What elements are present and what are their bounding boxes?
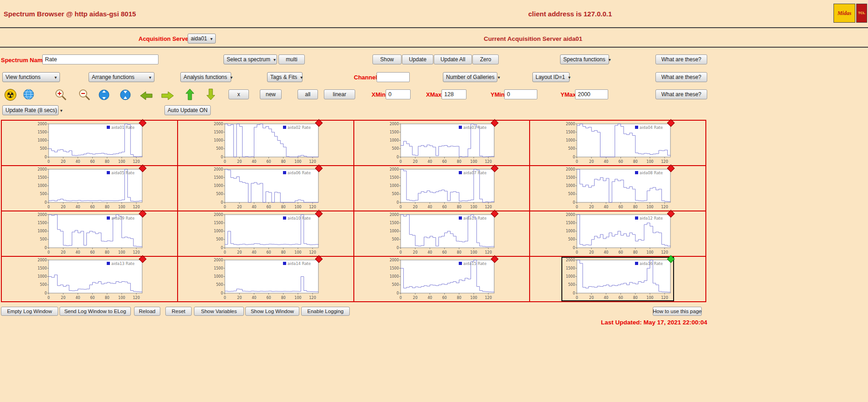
globe-icon[interactable] (20, 88, 37, 101)
gallery-cell[interactable]: 0500100015002000020406080100120aida09 Ra… (1, 211, 178, 256)
spectrum-chart[interactable]: 0500100015002000020406080100120aida04 Ra… (562, 122, 673, 164)
gallery-cell[interactable]: 0500100015002000020406080100120aida01 Ra… (1, 120, 178, 166)
spectrum-chart[interactable]: 0500100015002000020406080100120aida16 Ra… (562, 258, 673, 300)
multi-button[interactable]: multi (278, 54, 305, 64)
spectrum-plot[interactable]: 0500100015002000020406080100120aida04 Ra… (562, 122, 673, 164)
send-log-to-elog-button[interactable]: Send Log Window to ELog (60, 307, 131, 316)
spectrum-name-input[interactable] (42, 54, 159, 64)
spectrum-plot[interactable]: 0500100015002000020406080100120aida01 Ra… (34, 122, 145, 164)
spectrum-plot[interactable]: 0500100015002000020406080100120aida12 Ra… (562, 212, 673, 255)
spectrum-plot[interactable]: 0500100015002000020406080100120aida05 Ra… (34, 167, 145, 210)
xmax-input[interactable] (441, 89, 466, 99)
acquisition-server-select[interactable]: aida01 (188, 34, 216, 44)
gallery-cell[interactable]: 0500100015002000020406080100120aida10 Ra… (178, 211, 354, 256)
arrange-functions-dropdown[interactable]: Arrange functions (89, 72, 154, 82)
gallery-cell[interactable]: 0500100015002000020406080100120aida14 Ra… (178, 256, 354, 302)
spectrum-plot[interactable]: 0500100015002000020406080100120aida14 Ra… (210, 258, 321, 300)
layout-id-dropdown[interactable]: Layout ID=1 (532, 72, 570, 82)
reset-button[interactable]: Reset (165, 307, 192, 316)
ymin-input[interactable] (504, 89, 537, 99)
how-to-use-button[interactable]: How to use this page (653, 307, 702, 316)
spectrum-plot[interactable]: 0500100015002000020406080100120aida16 Ra… (562, 258, 673, 300)
show-button[interactable]: Show (372, 54, 402, 64)
svg-text:20: 20 (413, 250, 417, 255)
spectra-functions-dropdown[interactable]: Spectra functions (560, 54, 609, 64)
select-spectrum-dropdown[interactable]: Select a spectrum (223, 54, 277, 64)
spectrum-chart[interactable]: 0500100015002000020406080100120aida09 Ra… (34, 212, 145, 255)
spectrum-plot[interactable]: 0500100015002000020406080100120aida15 Ra… (386, 258, 497, 300)
spectrum-chart[interactable]: 0500100015002000020406080100120aida12 Ra… (562, 212, 673, 255)
spectrum-chart[interactable]: 0500100015002000020406080100120aida05 Ra… (34, 167, 145, 210)
svg-text:120: 120 (309, 296, 316, 300)
gallery-cell[interactable]: 0500100015002000020406080100120aida16 Ra… (530, 256, 706, 302)
new-button[interactable]: new (260, 89, 282, 99)
reload-button[interactable]: Reload (134, 307, 160, 316)
spectrum-chart[interactable]: 0500100015002000020406080100120aida13 Ra… (34, 258, 145, 300)
spectrum-chart[interactable]: 0500100015002000020406080100120aida11 Ra… (386, 212, 497, 255)
show-log-window-button[interactable]: Show Log Window (245, 307, 299, 316)
gallery-cell[interactable]: 0500100015002000020406080100120aida07 Ra… (354, 166, 530, 211)
spectrum-plot[interactable]: 0500100015002000020406080100120aida13 Ra… (34, 258, 145, 300)
spectrum-plot[interactable]: 0500100015002000020406080100120aida03 Ra… (386, 122, 497, 164)
spectrum-chart[interactable]: 0500100015002000020406080100120aida02 Ra… (210, 122, 321, 164)
gallery-cell[interactable]: 0500100015002000020406080100120aida02 Ra… (178, 120, 354, 166)
zero-button[interactable]: Zero (472, 54, 499, 64)
spectrum-chart[interactable]: 0500100015002000020406080100120aida07 Ra… (386, 167, 497, 210)
spectrum-chart[interactable]: 0500100015002000020406080100120aida15 Ra… (386, 258, 497, 300)
shift-left-icon[interactable] (138, 89, 154, 102)
shift-up-icon[interactable] (182, 88, 198, 101)
spectrum-chart[interactable]: 0500100015002000020406080100120aida01 Ra… (34, 122, 145, 164)
spectrum-plot[interactable]: 0500100015002000020406080100120aida10 Ra… (210, 212, 321, 255)
spectrum-plot[interactable]: 0500100015002000020406080100120aida11 Ra… (386, 212, 497, 255)
gallery-cell[interactable]: 0500100015002000020406080100120aida05 Ra… (1, 166, 178, 211)
gallery-cell[interactable]: 0500100015002000020406080100120aida04 Ra… (530, 120, 706, 166)
gallery-cell[interactable]: 0500100015002000020406080100120aida12 Ra… (530, 211, 706, 256)
svg-text:1500: 1500 (38, 266, 47, 270)
update-all-button[interactable]: Update All (434, 54, 472, 64)
spectrum-plot[interactable]: 0500100015002000020406080100120aida02 Ra… (210, 122, 321, 164)
gallery-cell[interactable]: 0500100015002000020406080100120aida15 Ra… (354, 256, 530, 302)
update-button[interactable]: Update (402, 54, 433, 64)
svg-text:40: 40 (428, 205, 432, 209)
update-rate-dropdown[interactable]: Update Rate (8 secs) (2, 105, 59, 115)
spectrum-chart[interactable]: 0500100015002000020406080100120aida08 Ra… (562, 167, 673, 210)
what-are-these-button-3[interactable]: What are these? (655, 89, 707, 99)
spectrum-chart[interactable]: 0500100015002000020406080100120aida03 Ra… (386, 122, 497, 164)
show-variables-button[interactable]: Show Variables (194, 307, 244, 316)
what-are-these-button-1[interactable]: What are these? (655, 54, 707, 64)
view-functions-dropdown[interactable]: View functions (2, 72, 60, 82)
auto-update-button[interactable]: Auto Update ON (164, 105, 211, 115)
spectrum-chart[interactable]: 0500100015002000020406080100120aida14 Ra… (210, 258, 321, 300)
spectrum-plot[interactable]: 0500100015002000020406080100120aida09 Ra… (34, 212, 145, 255)
radiation-icon[interactable]: ☢ (2, 88, 19, 101)
expand-vertical-icon[interactable] (96, 88, 112, 101)
spectrum-plot[interactable]: 0500100015002000020406080100120aida07 Ra… (386, 167, 497, 210)
linear-button[interactable]: linear (324, 89, 355, 99)
tags-fits-dropdown[interactable]: Tags & Fits (267, 72, 303, 82)
zoom-in-icon[interactable] (53, 88, 69, 101)
shift-down-icon[interactable] (203, 88, 219, 101)
gallery-cell[interactable]: 0500100015002000020406080100120aida08 Ra… (530, 166, 706, 211)
all-button[interactable]: all (298, 89, 318, 99)
empty-log-window-button[interactable]: Empty Log Window (1, 307, 58, 316)
gallery-cell[interactable]: 0500100015002000020406080100120aida11 Ra… (354, 211, 530, 256)
ymax-input[interactable] (575, 89, 608, 99)
analysis-functions-dropdown[interactable]: Analysis functions (180, 72, 231, 82)
xmin-input[interactable] (386, 89, 411, 99)
channel-input[interactable] (377, 72, 410, 82)
gallery-cell[interactable]: 0500100015002000020406080100120aida13 Ra… (1, 256, 178, 302)
gallery-cell[interactable]: 0500100015002000020406080100120aida03 Ra… (354, 120, 530, 166)
legend-label: aida13 Rate (111, 261, 134, 266)
x-button[interactable]: x (228, 89, 249, 99)
spectrum-plot[interactable]: 0500100015002000020406080100120aida08 Ra… (562, 167, 673, 210)
spectrum-plot[interactable]: 0500100015002000020406080100120aida06 Ra… (210, 167, 321, 210)
enable-logging-button[interactable]: Enable Logging (301, 307, 350, 316)
shift-right-icon[interactable] (159, 89, 176, 102)
spectrum-chart[interactable]: 0500100015002000020406080100120aida06 Ra… (210, 167, 321, 210)
zoom-out-icon[interactable] (76, 88, 93, 101)
spectrum-chart[interactable]: 0500100015002000020406080100120aida10 Ra… (210, 212, 321, 255)
what-are-these-button-2[interactable]: What are these? (655, 72, 707, 82)
number-of-galleries-dropdown[interactable]: Number of Galleries (443, 72, 497, 82)
compress-vertical-icon[interactable] (117, 88, 134, 101)
gallery-cell[interactable]: 0500100015002000020406080100120aida06 Ra… (178, 166, 354, 211)
